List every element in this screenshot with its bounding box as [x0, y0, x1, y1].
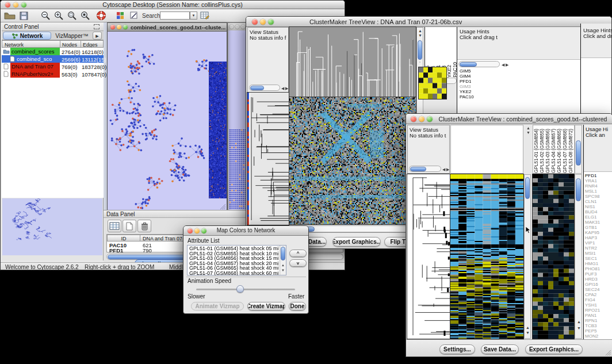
gene-label[interactable]: GIM3 [458, 84, 499, 89]
table-edit-icon[interactable] [200, 11, 210, 20]
down-arrow-icon[interactable]: ▼ [526, 331, 530, 335]
move-up-button[interactable]: ^ [289, 250, 307, 257]
treeview2-gene-dendrogram[interactable] [407, 174, 450, 339]
scrollbar-thumb[interactable] [250, 86, 264, 90]
vizmap-grid-icon[interactable] [116, 12, 124, 20]
down-arrow-icon[interactable]: ▼ [577, 326, 581, 330]
gene-label[interactable]: PAC10 [458, 94, 499, 99]
gene-label[interactable]: RPO21 [584, 308, 612, 313]
zoom-button[interactable] [123, 25, 128, 29]
gene-label[interactable]: MAK31 [584, 220, 612, 225]
tab-network[interactable]: Network [3, 32, 51, 40]
gene-label[interactable]: PFD1 [458, 79, 499, 84]
speed-slider-thumb[interactable] [236, 285, 244, 293]
gene-label[interactable]: NTR2 [584, 246, 612, 251]
table-mode-button[interactable] [108, 220, 121, 232]
main-titlebar[interactable]: Cytoscape Desktop (Session Name: collins… [1, 1, 345, 9]
treeview2-global-heatmap[interactable] [450, 174, 523, 339]
gene-label[interactable]: GIM4 [458, 74, 499, 79]
attribute-item[interactable]: GPL51-06 (GSM865) heat shock 40 min [188, 266, 279, 271]
treeview1-zoom-matrix[interactable] [419, 67, 446, 99]
attribute-item[interactable]: GPL51-07 (GSM868) heat shock 60 min [188, 271, 279, 276]
animate-vizmap-button[interactable]: Animate Vizmap [191, 302, 244, 311]
up-arrow-icon[interactable]: ▲ [418, 29, 422, 33]
network-row[interactable]: combined_scores 2764(0) 16218(0) [2, 48, 104, 55]
minimize-button[interactable] [419, 116, 424, 122]
save-icon[interactable] [20, 12, 28, 20]
move-down-button[interactable]: v [289, 259, 307, 267]
background-network-window[interactable] [227, 22, 247, 211]
zoom-button[interactable] [268, 19, 274, 25]
gene-label[interactable]: NIS1 [584, 204, 612, 209]
resize-grip-icon[interactable] [605, 349, 611, 356]
zoom-in-icon[interactable] [54, 11, 64, 21]
gene-label[interactable]: VIP1 [584, 240, 612, 246]
gene-label[interactable]: RNR4 [584, 183, 612, 189]
right-arrow-icon[interactable]: ▶ [285, 86, 288, 90]
scrollbar-thumb[interactable] [525, 177, 530, 199]
scrollbar-thumb[interactable] [281, 247, 285, 260]
down-arrow-icon[interactable]: ▼ [281, 269, 285, 273]
gene-label[interactable]: PHO81 [584, 266, 612, 271]
gene-label[interactable]: GTB1 [584, 225, 612, 230]
gene-label[interactable]: HAP3 [584, 235, 612, 240]
create-vizmap-button[interactable]: Create Vizmap [247, 302, 285, 311]
speed-slider-track[interactable] [196, 289, 295, 290]
treeview1-gene-dendrogram[interactable] [247, 93, 289, 225]
gene-label[interactable]: MSI1 [584, 251, 612, 256]
background-network-view[interactable] [228, 30, 247, 210]
table-cell-id[interactable]: PFD1 [109, 247, 123, 254]
minimize-button[interactable] [117, 25, 121, 29]
scrollbar-thumb[interactable] [410, 167, 426, 171]
attribute-item[interactable]: GPL51-02 (GSM855) heat shock 10 min [188, 251, 279, 256]
new-attribute-button[interactable] [123, 220, 136, 232]
zoom-button[interactable] [241, 25, 245, 29]
network-view-canvas[interactable] [108, 32, 227, 210]
close-button[interactable] [252, 19, 258, 25]
up-arrow-icon[interactable]: ▲ [526, 126, 530, 130]
treeview2-titlebar[interactable]: ClusterMaker TreeView : combined_scores_… [406, 114, 612, 124]
help-lifering-icon[interactable] [96, 10, 106, 21]
treeview2-zoom-heatmap[interactable] [533, 174, 574, 339]
column-header-edges[interactable]: Edges [81, 40, 104, 48]
gene-label[interactable]: YRA1 [584, 178, 612, 183]
gene-label[interactable]: CPA2 [584, 292, 612, 297]
delete-attribute-button[interactable] [137, 220, 151, 232]
network-row[interactable]: RNAPuberNov2+ 563(0) 107847(0) [2, 70, 104, 78]
tab-vizmapper[interactable]: VizMapper™ [52, 32, 91, 40]
up-arrow-icon[interactable]: ▲ [526, 325, 530, 329]
network-view-titlebar[interactable]: combined_scores_good.txt--cluste... [108, 23, 227, 32]
down-arrow-icon[interactable]: ▼ [418, 33, 422, 37]
scrollbar-thumb[interactable] [418, 40, 422, 60]
search-input[interactable] [160, 12, 190, 20]
left-arrow-icon[interactable]: ◀ [442, 167, 445, 171]
save-data-button[interactable]: Save Data... [481, 344, 519, 354]
treeview2-vscrollbar[interactable]: ▲ ▼ [524, 174, 531, 339]
gene-label[interactable]: SEC24 [584, 287, 612, 292]
zoom-out-icon[interactable] [41, 11, 51, 21]
scrollbar-thumb[interactable] [576, 178, 581, 201]
zoom-selected-icon[interactable] [81, 11, 90, 21]
gene-label[interactable]: RPN1 [584, 318, 612, 323]
background-window-titlebar[interactable] [228, 23, 247, 30]
attribute-listbox[interactable]: GPL51-01 (GSM854) heat shock 05 minGPL51… [187, 245, 286, 275]
right-arrow-icon[interactable]: ▶ [446, 167, 449, 171]
up-arrow-icon[interactable]: ▲ [577, 320, 581, 324]
gene-label[interactable]: KAP95 [584, 230, 612, 235]
treeview1-global-heatmap[interactable] [289, 97, 416, 224]
column-labels-vscrollbar[interactable] [575, 125, 582, 174]
treeview1-array-dendrogram[interactable] [289, 27, 416, 97]
network-overview-thumbnail[interactable] [2, 198, 102, 255]
gene-label[interactable]: MON2 [584, 334, 612, 339]
gene-label[interactable]: FIG4 [584, 297, 612, 302]
attribute-item[interactable]: GPL51-01 (GSM854) heat shock 05 min [188, 246, 279, 251]
gene-label[interactable]: SPC98 [584, 194, 612, 199]
listbox-vscrollbar[interactable]: ▲ ▼ [280, 246, 286, 275]
minimize-button[interactable] [260, 19, 266, 25]
view-status-hscrollbar[interactable] [409, 166, 441, 172]
gene-label[interactable]: BUD4 [584, 209, 612, 214]
tab-overflow-button[interactable]: ▶ [93, 32, 102, 40]
float-panel-icon[interactable] [94, 24, 100, 29]
gene-label[interactable]: YKE2 [458, 89, 499, 94]
gene-label[interactable]: MSL1 [584, 189, 612, 194]
